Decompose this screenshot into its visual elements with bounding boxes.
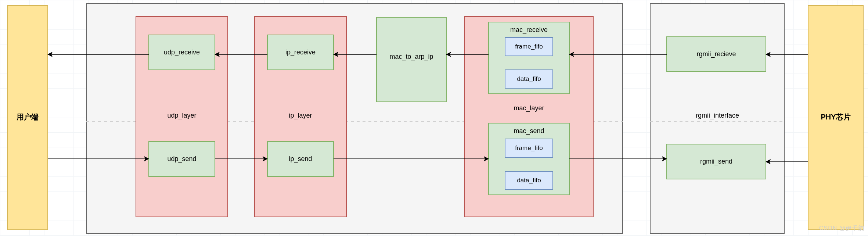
mac-receive-data-fifo-label: data_fifo bbox=[517, 75, 541, 82]
rgmii-send-label: rgmii_send bbox=[700, 158, 732, 165]
mac-to-arp-ip-label: mac_to_arp_ip bbox=[389, 53, 433, 61]
mac-send-frame-fifo-label: frame_fifo bbox=[515, 144, 543, 151]
rgmii-receive-label: rgmii_recieve bbox=[696, 50, 736, 58]
rgmii-interface-label: rgmii_interface bbox=[696, 112, 739, 119]
mac-layer-label: mac_layer bbox=[514, 104, 544, 112]
phy-box: PHY芯片 bbox=[808, 6, 863, 230]
mac-send-data-fifo-label: data_fifo bbox=[517, 177, 541, 184]
mac-send-label: mac_send bbox=[514, 127, 544, 135]
network-diagram: 用户端 PHY芯片 rgmii_interface udp_layer udp_… bbox=[0, 0, 868, 236]
udp-receive-label: udp_receive bbox=[164, 49, 200, 56]
mac-receive-frame-fifo-label: frame_fifo bbox=[515, 43, 543, 50]
client-box: 用户端 bbox=[7, 6, 48, 230]
client-label: 用户端 bbox=[16, 113, 39, 121]
udp-send-label: udp_send bbox=[167, 155, 196, 163]
mac-receive-label: mac_receive bbox=[510, 26, 548, 34]
phy-label: PHY芯片 bbox=[821, 113, 850, 121]
ip-send-label: ip_send bbox=[289, 155, 312, 163]
udp-layer-label: udp_layer bbox=[167, 112, 196, 119]
ip-layer-label: ip_layer bbox=[289, 112, 312, 119]
ip-receive-label: ip_receive bbox=[285, 49, 316, 56]
